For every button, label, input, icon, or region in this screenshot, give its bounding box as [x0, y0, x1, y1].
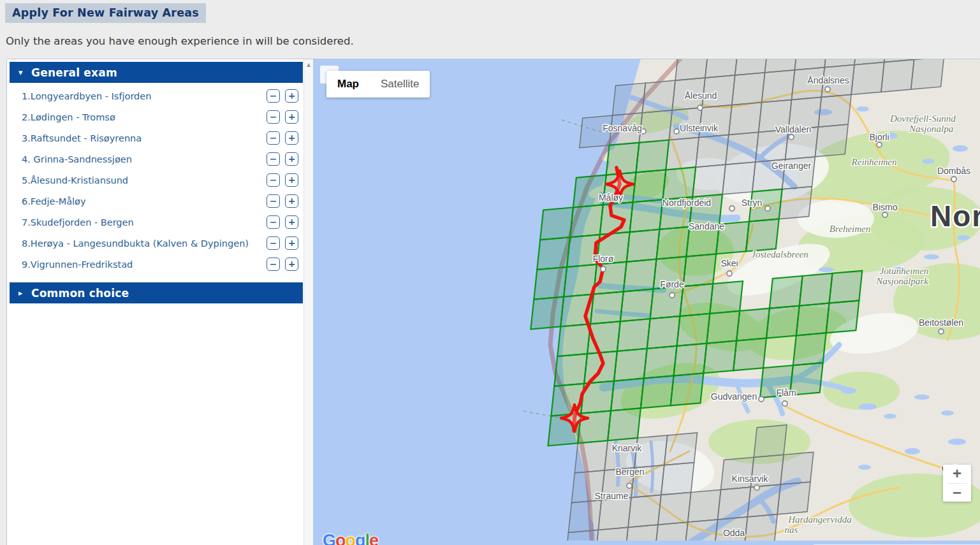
decrease-button[interactable]: −	[267, 194, 280, 208]
map-type-control: Map Satellite	[326, 71, 430, 98]
town-label: Ålesund	[685, 91, 717, 101]
decrease-button[interactable]: −	[267, 89, 280, 103]
decrease-button[interactable]: −	[267, 173, 280, 187]
town-label: Bjorli	[869, 132, 889, 142]
town-label: Knarvik	[612, 443, 643, 453]
item-buttons: −+	[267, 152, 298, 166]
sidebar-scrollbar[interactable]: ▲ ▼	[304, 59, 313, 545]
decrease-button[interactable]: −	[267, 236, 280, 250]
town-label: Valldalen	[775, 124, 812, 134]
country-label: Nor	[930, 200, 980, 233]
item-buttons: −+	[267, 194, 298, 208]
town-label: Stryn	[742, 198, 763, 208]
park-label: Dovrefjell-Sunnd	[889, 113, 956, 124]
sidebar: ▾General exam1.Longyeardbyen - Isfjorden…	[7, 59, 313, 545]
park-label: Nasjonalpark	[875, 276, 928, 286]
lake	[914, 395, 930, 400]
content-panel: ▾General exam1.Longyeardbyen - Isfjorden…	[6, 59, 980, 545]
fairway-item-row: 6.Fedje-Måløy−+	[7, 191, 304, 212]
lake	[841, 388, 856, 394]
fairway-item-row: 8.Herøya - Langesundbukta (Kalven & Dypi…	[7, 233, 304, 254]
fairway-item-label[interactable]: 3.Raftsundet - Risøyrenna	[22, 133, 267, 143]
park-label: Hardangervidda	[787, 514, 851, 525]
fairway-item-label[interactable]: 8.Herøya - Langesundbukta (Kalven & Dypi…	[22, 238, 267, 249]
google-logo[interactable]: Google	[323, 531, 378, 545]
decrease-button[interactable]: −	[267, 215, 280, 229]
increase-button[interactable]: +	[285, 258, 298, 271]
town-label: Åndalsnes	[807, 75, 849, 85]
town-marker	[882, 212, 888, 217]
google-logo-letter: o	[335, 531, 346, 545]
increase-button[interactable]: +	[285, 194, 298, 208]
fairway-item-row: 5.Ålesund-Kristiansund−+	[7, 170, 304, 191]
decrease-button[interactable]: −	[267, 131, 280, 145]
increase-button[interactable]: +	[285, 152, 298, 166]
town-label: Førde	[660, 279, 684, 289]
section-header-general-exam[interactable]: ▾General exam	[10, 62, 303, 83]
map-type-satellite-button[interactable]: Satellite	[370, 71, 430, 98]
decrease-button[interactable]: −	[267, 110, 280, 124]
town-marker	[727, 271, 732, 276]
triangle-down-icon: ▾	[18, 68, 31, 76]
zoom-out-button[interactable]: −	[943, 484, 971, 502]
section-header-common-choice[interactable]: ▸Common choice	[10, 282, 303, 303]
item-buttons: −+	[267, 236, 298, 250]
google-logo-letter: g	[355, 531, 365, 545]
vegetation-patch	[823, 372, 900, 410]
decrease-button[interactable]: −	[267, 258, 280, 271]
map-type-map-button[interactable]: Map	[326, 71, 370, 98]
page-title: Apply For New Fairway Areas	[5, 3, 206, 23]
park-label: Jostedalsbreen	[751, 249, 808, 259]
town-marker	[669, 293, 675, 298]
fairway-item-row: 7.Skudefjorden - Bergen−+	[7, 212, 304, 233]
town-marker	[939, 329, 944, 334]
park-label: Breheimen	[830, 224, 870, 234]
town-label: Sandane	[689, 221, 724, 231]
town-marker	[877, 142, 882, 147]
zoom-in-button[interactable]: +	[943, 465, 971, 483]
lake	[884, 414, 896, 419]
zoom-control: + −	[943, 465, 971, 502]
lake	[905, 448, 920, 454]
decrease-button[interactable]: −	[267, 152, 280, 166]
town-label: Ulsteinvik	[680, 123, 719, 133]
fairway-item-label[interactable]: 1.Longyeardbyen - Isfjorden	[22, 91, 267, 101]
item-buttons: −+	[267, 258, 298, 271]
town-label: Beitostølen	[919, 317, 963, 328]
fairway-item-row: 9.Vigrunnen-Fredrikstad−+	[7, 254, 304, 275]
town-label: Florø	[593, 254, 614, 264]
town-marker	[601, 266, 606, 272]
increase-button[interactable]: +	[285, 89, 298, 103]
fairway-item-label[interactable]: 6.Fedje-Måløy	[22, 196, 267, 207]
town-marker	[789, 134, 794, 140]
town-marker	[951, 177, 956, 182]
town-marker	[765, 206, 770, 211]
scroll-up-icon[interactable]: ▲	[304, 61, 313, 69]
lake	[922, 159, 935, 164]
fairway-item-row: 2.Lødingen - Tromsø−+	[7, 106, 304, 127]
fairway-items: 1.Longyeardbyen - Isfjorden−+2.Lødingen …	[7, 85, 304, 280]
google-logo-letter: o	[346, 531, 356, 545]
increase-button[interactable]: +	[285, 110, 298, 124]
town-label: Geiranger	[772, 161, 812, 171]
fairway-item-label[interactable]: 9.Vigrunnen-Fredrikstad	[22, 259, 267, 270]
map-canvas[interactable]: FosnavågUlsteinvikÅlesundÅndalsnesVallda…	[313, 59, 980, 545]
town-marker	[782, 401, 787, 406]
fairway-item-label[interactable]: 4. Grinna-Sandnessjøen	[22, 154, 267, 164]
increase-button[interactable]: +	[285, 236, 298, 250]
town-label: Bismo	[873, 202, 898, 212]
town-label: Måløy	[599, 193, 623, 203]
item-buttons: −+	[267, 89, 298, 103]
town-label: Odda	[723, 528, 745, 538]
increase-button[interactable]: +	[285, 173, 298, 187]
lake	[957, 235, 970, 240]
item-buttons: −+	[267, 173, 298, 187]
increase-button[interactable]: +	[285, 131, 298, 145]
town-marker	[729, 206, 735, 211]
increase-button[interactable]: +	[285, 215, 298, 229]
fairway-item-label[interactable]: 7.Skudefjorden - Bergen	[22, 217, 267, 228]
fairway-item-label[interactable]: 2.Lødingen - Tromsø	[22, 112, 267, 122]
lake	[859, 403, 877, 410]
fairway-item-label[interactable]: 5.Ålesund-Kristiansund	[22, 175, 267, 185]
town-marker	[627, 483, 632, 488]
